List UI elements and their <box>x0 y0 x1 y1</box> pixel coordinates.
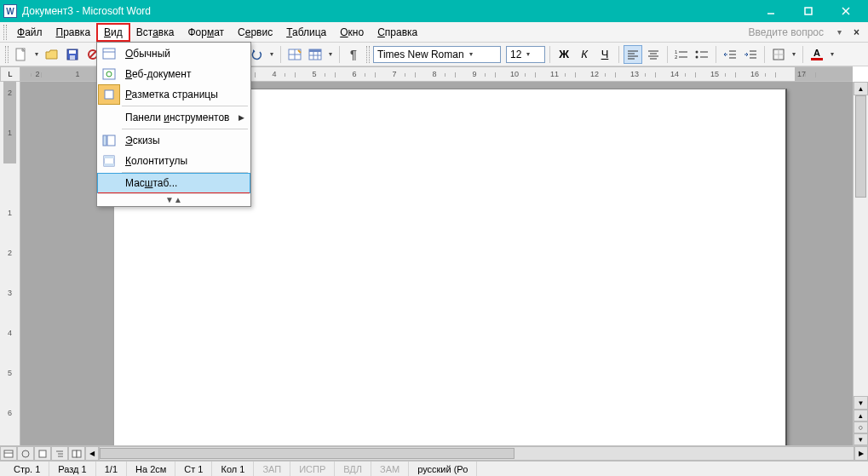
menu-item-print-layout[interactable]: Разметка страницы <box>98 84 250 105</box>
vscroll-thumb[interactable] <box>855 95 866 198</box>
menu-tools[interactable]: Сервис <box>231 24 279 41</box>
italic-icon: К <box>581 48 588 60</box>
svg-line-9 <box>89 51 96 58</box>
browse-object-button[interactable]: ○ <box>854 422 868 433</box>
hscroll-thumb[interactable] <box>100 448 514 459</box>
menu-item-web[interactable]: Веб-документ <box>98 64 250 84</box>
svg-rect-68 <box>103 69 115 79</box>
outline-view-button[interactable] <box>51 446 68 461</box>
view-menu-dropdown: Обычный Веб-документ Разметка страницы П… <box>96 42 251 207</box>
status-col[interactable]: Кол 1 <box>212 462 254 476</box>
menu-table[interactable]: Таблица <box>279 24 333 41</box>
menu-expand[interactable]: ▼▲ <box>98 193 250 205</box>
menubar-grip[interactable] <box>3 25 7 40</box>
menu-item-toolbars[interactable]: Панели инструментов ▶ <box>98 107 250 128</box>
chevron-down-icon: ▾ <box>469 50 473 58</box>
toolbar-grip-2[interactable] <box>366 46 370 63</box>
insert-table-dropdown[interactable]: ▾ <box>326 50 335 58</box>
italic-button[interactable]: К <box>575 45 594 64</box>
close-button[interactable] <box>827 0 865 22</box>
status-line[interactable]: Ст 1 <box>175 462 212 476</box>
underline-button[interactable]: Ч <box>595 45 614 64</box>
insert-table-button[interactable] <box>306 45 325 64</box>
menu-item-thumbnails[interactable]: Эскизы <box>98 130 250 151</box>
svg-rect-70 <box>105 90 113 99</box>
undo-dropdown[interactable]: ▾ <box>267 50 276 58</box>
save-button[interactable] <box>63 45 82 64</box>
scroll-up-button[interactable]: ▲ <box>854 82 868 95</box>
toolbar-grip[interactable] <box>5 46 9 63</box>
status-trk[interactable]: ИСПР <box>290 462 335 476</box>
scroll-left-button[interactable]: ◀ <box>85 446 99 461</box>
font-name-combo[interactable]: Times New Roman▾ <box>373 46 501 63</box>
new-doc-button[interactable] <box>12 45 31 64</box>
normal-view-button[interactable] <box>0 446 17 461</box>
align-left-button[interactable] <box>624 45 642 64</box>
ruler-corner-tab[interactable]: L <box>0 66 20 82</box>
hscroll-track[interactable] <box>99 446 854 461</box>
svg-rect-28 <box>309 49 321 52</box>
status-page[interactable]: Стр. 1 <box>5 462 49 476</box>
status-ext[interactable]: ВДЛ <box>335 462 371 476</box>
vertical-ruler[interactable]: 2 1 1 2 3 4 5 6 <box>0 82 20 445</box>
increase-indent-icon <box>744 49 757 60</box>
bulleted-list-button[interactable] <box>693 45 711 64</box>
print-layout-view-button[interactable] <box>34 446 51 461</box>
svg-rect-60 <box>39 450 46 457</box>
open-button[interactable] <box>43 45 61 64</box>
window-title: Документ3 - Microsoft Word <box>22 5 151 17</box>
reading-view-icon <box>72 450 82 458</box>
tables-borders-icon <box>288 49 302 60</box>
numbered-list-icon: 12 <box>675 49 688 60</box>
menu-item-zoom[interactable]: Масштаб... <box>97 173 250 193</box>
decrease-indent-button[interactable] <box>721 45 739 64</box>
close-icon <box>842 7 850 15</box>
font-color-button[interactable]: A <box>808 45 826 64</box>
svg-point-45 <box>696 55 698 58</box>
help-dropdown[interactable]: ▾ <box>834 27 845 37</box>
font-color-dropdown[interactable]: ▾ <box>828 50 836 58</box>
next-page-button[interactable]: ▾ <box>854 433 868 445</box>
menu-item-header-footer[interactable]: Колонтитулы <box>98 151 250 171</box>
show-formatting-button[interactable]: ¶ <box>344 45 363 64</box>
web-layout-icon <box>102 68 116 80</box>
menu-view[interactable]: Вид <box>97 24 129 41</box>
status-pages[interactable]: 1/1 <box>96 462 127 476</box>
svg-rect-7 <box>70 55 75 60</box>
borders-button[interactable] <box>769 45 788 64</box>
minimize-button[interactable] <box>752 0 790 22</box>
font-size-combo[interactable]: 12▾ <box>506 46 545 63</box>
help-question-box[interactable]: Введите вопрос <box>748 26 831 38</box>
vertical-scrollbar[interactable]: ▲ ▼ ▴ ○ ▾ <box>853 82 868 445</box>
status-lang[interactable]: русский (Ро <box>409 462 477 476</box>
doc-close-button[interactable]: × <box>848 26 865 38</box>
font-size-value: 12 <box>510 49 521 60</box>
increase-indent-button[interactable] <box>741 45 760 64</box>
status-rec[interactable]: ЗАП <box>254 462 290 476</box>
prev-page-button[interactable]: ▴ <box>854 410 868 422</box>
scroll-right-button[interactable]: ▶ <box>854 446 868 461</box>
web-view-button[interactable] <box>17 446 34 461</box>
svg-rect-6 <box>69 50 76 54</box>
reading-view-button[interactable] <box>68 446 85 461</box>
menu-file[interactable]: Файл <box>10 24 49 41</box>
menu-help[interactable]: Справка <box>371 24 424 41</box>
menu-format[interactable]: Формат <box>181 24 231 41</box>
maximize-button[interactable] <box>790 0 827 22</box>
status-section[interactable]: Разд 1 <box>49 462 95 476</box>
pilcrow-icon: ¶ <box>350 48 357 61</box>
menu-insert[interactable]: Вставка <box>129 24 181 41</box>
status-at[interactable]: На 2см <box>127 462 175 476</box>
align-center-button[interactable] <box>644 45 663 64</box>
numbered-list-button[interactable]: 12 <box>672 45 691 64</box>
tables-borders-button[interactable] <box>285 45 304 64</box>
menu-window[interactable]: Окно <box>333 24 371 41</box>
borders-dropdown[interactable]: ▾ <box>790 50 798 58</box>
scroll-down-button[interactable]: ▼ <box>854 396 868 410</box>
menu-edit[interactable]: Правка <box>49 24 98 41</box>
new-doc-dropdown[interactable]: ▾ <box>32 50 41 58</box>
status-ovr[interactable]: ЗАМ <box>371 462 409 476</box>
bold-button[interactable]: Ж <box>555 45 573 64</box>
decrease-indent-icon <box>723 49 737 60</box>
menu-item-normal[interactable]: Обычный <box>98 43 250 64</box>
